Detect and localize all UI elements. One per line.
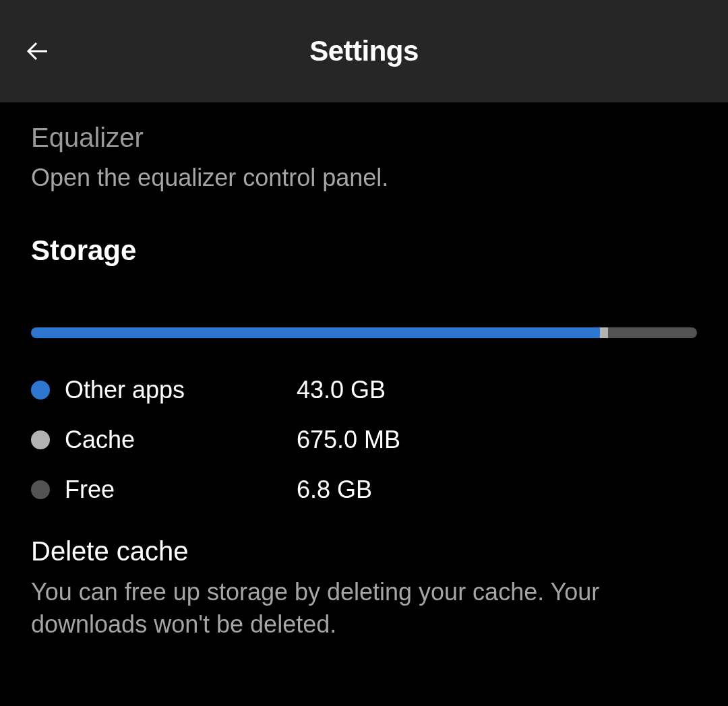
legend-value-cache: 675.0 MB: [297, 426, 400, 454]
storage-bar-free: [608, 327, 697, 338]
header-bar: Settings: [0, 0, 728, 102]
legend-value-free: 6.8 GB: [297, 476, 372, 504]
content-area: Equalizer Open the equalizer control pan…: [0, 102, 728, 641]
storage-bar: [31, 327, 697, 338]
storage-bar-cache: [600, 327, 608, 338]
back-arrow-icon: [22, 35, 54, 67]
legend-dot-cache-icon: [31, 430, 50, 449]
equalizer-title: Equalizer: [31, 123, 697, 153]
storage-bar-other: [31, 327, 600, 338]
delete-cache-title: Delete cache: [31, 536, 697, 567]
legend-row-cache: Cache 675.0 MB: [31, 426, 697, 454]
delete-cache-item[interactable]: Delete cache You can free up storage by …: [31, 536, 697, 641]
delete-cache-description: You can free up storage by deleting your…: [31, 576, 697, 641]
legend-row-free: Free 6.8 GB: [31, 476, 697, 504]
legend-label-free: Free: [65, 476, 297, 504]
legend-label-cache: Cache: [65, 426, 297, 454]
legend-dot-other-icon: [31, 381, 50, 399]
legend-row-other: Other apps 43.0 GB: [31, 376, 697, 404]
legend-value-other: 43.0 GB: [297, 376, 386, 404]
storage-legend: Other apps 43.0 GB Cache 675.0 MB Free 6…: [31, 376, 697, 504]
back-button[interactable]: [22, 35, 54, 67]
storage-heading: Storage: [31, 234, 697, 267]
legend-dot-free-icon: [31, 480, 50, 499]
equalizer-description: Open the equalizer control panel.: [31, 162, 697, 194]
page-title: Settings: [309, 35, 419, 67]
legend-label-other: Other apps: [65, 376, 297, 404]
equalizer-item[interactable]: Equalizer Open the equalizer control pan…: [31, 123, 697, 194]
